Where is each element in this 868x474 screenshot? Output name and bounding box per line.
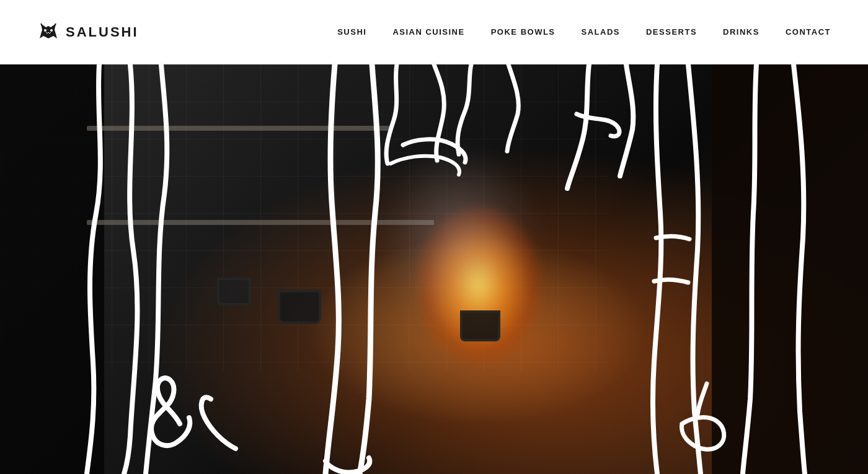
main-nav: SUSHI ASIAN CUISINE POKE BOWLS SALADS DE… (337, 27, 831, 37)
nav-item-desserts[interactable]: DESSERTS (646, 27, 697, 37)
nav-item-asian-cuisine[interactable]: ASIAN CUISINE (392, 27, 464, 37)
hero-line-art (0, 64, 868, 474)
hero-section (0, 64, 868, 474)
logo[interactable]: SALUSHI (37, 21, 139, 43)
nav-item-sushi[interactable]: SUSHI (337, 27, 366, 37)
nav-item-salads[interactable]: SALADS (582, 27, 620, 37)
logo-icon (37, 21, 60, 43)
nav-item-poke-bowls[interactable]: POKE BOWLS (491, 27, 556, 37)
svg-point-1 (50, 29, 53, 32)
nav-item-drinks[interactable]: DRINKS (723, 27, 760, 37)
svg-point-0 (44, 29, 46, 32)
logo-text: SALUSHI (66, 24, 139, 40)
nav-item-contact[interactable]: CONTACT (786, 27, 831, 37)
site-header: SALUSHI SUSHI ASIAN CUISINE POKE BOWLS S… (0, 0, 868, 64)
